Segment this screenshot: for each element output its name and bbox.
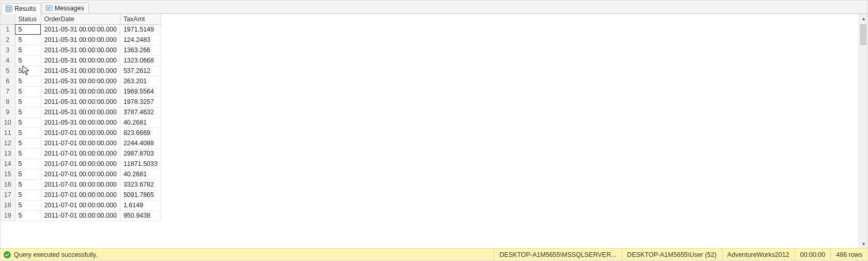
cell-status[interactable]: 5 bbox=[15, 66, 41, 76]
cell-status[interactable]: 5 bbox=[15, 76, 41, 86]
row-number[interactable]: 7 bbox=[1, 86, 15, 97]
cell-orderdate[interactable]: 2011-07-01 00:00:00.000 bbox=[41, 159, 120, 169]
table-row[interactable]: 152011-05-31 00:00:00.0001971.5149 bbox=[1, 24, 161, 35]
cell-status[interactable]: 5 bbox=[15, 117, 41, 128]
cell-status[interactable]: 5 bbox=[15, 86, 41, 97]
row-number[interactable]: 2 bbox=[1, 35, 15, 45]
column-header-status[interactable]: Status bbox=[15, 14, 41, 24]
cell-taxamt[interactable]: 1.6149 bbox=[120, 200, 161, 210]
cell-orderdate[interactable]: 2011-05-31 00:00:00.000 bbox=[41, 86, 120, 97]
row-number[interactable]: 3 bbox=[1, 45, 15, 55]
table-row[interactable]: 852011-05-31 00:00:00.0001978.3257 bbox=[1, 97, 161, 107]
table-row[interactable]: 952011-05-31 00:00:00.0003787.4632 bbox=[1, 107, 161, 117]
row-number[interactable]: 1 bbox=[1, 24, 15, 35]
row-number[interactable]: 19 bbox=[1, 210, 15, 221]
cell-taxamt[interactable]: 2987.8703 bbox=[120, 148, 161, 159]
row-number[interactable]: 16 bbox=[1, 179, 15, 190]
cell-status[interactable]: 5 bbox=[15, 200, 41, 210]
cell-status[interactable]: 5 bbox=[15, 45, 41, 55]
results-grid-scroll[interactable]: Status OrderDate TaxAmt 152011-05-31 00:… bbox=[1, 14, 859, 248]
cell-taxamt[interactable]: 537.2612 bbox=[120, 66, 161, 76]
cell-orderdate[interactable]: 2011-05-31 00:00:00.000 bbox=[41, 35, 120, 45]
cell-taxamt[interactable]: 5091.7865 bbox=[120, 190, 161, 200]
vertical-scrollbar[interactable]: ▴ ▾ bbox=[859, 14, 867, 248]
results-grid[interactable]: Status OrderDate TaxAmt 152011-05-31 00:… bbox=[1, 14, 161, 221]
cell-taxamt[interactable]: 1978.3257 bbox=[120, 97, 161, 107]
table-row[interactable]: 452011-05-31 00:00:00.0001323.0668 bbox=[1, 55, 161, 66]
cell-orderdate[interactable]: 2011-07-01 00:00:00.000 bbox=[41, 210, 120, 221]
cell-taxamt[interactable]: 124.2483 bbox=[120, 35, 161, 45]
column-header-taxamt[interactable]: TaxAmt bbox=[120, 14, 161, 24]
cell-orderdate[interactable]: 2011-07-01 00:00:00.000 bbox=[41, 138, 120, 148]
cell-orderdate[interactable]: 2011-05-31 00:00:00.000 bbox=[41, 107, 120, 117]
cell-orderdate[interactable]: 2011-05-31 00:00:00.000 bbox=[41, 97, 120, 107]
table-row[interactable]: 1952011-07-01 00:00:00.000950.9438 bbox=[1, 210, 161, 221]
table-row[interactable]: 1452011-07-01 00:00:00.00011871.5033 bbox=[1, 159, 161, 169]
column-header-orderdate[interactable]: OrderDate bbox=[41, 14, 120, 24]
row-number[interactable]: 6 bbox=[1, 76, 15, 86]
cell-taxamt[interactable]: 1323.0668 bbox=[120, 55, 161, 66]
cell-orderdate[interactable]: 2011-07-01 00:00:00.000 bbox=[41, 179, 120, 190]
cell-orderdate[interactable]: 2011-07-01 00:00:00.000 bbox=[41, 200, 120, 210]
scroll-down-arrow-icon[interactable]: ▾ bbox=[859, 239, 867, 248]
cell-orderdate[interactable]: 2011-05-31 00:00:00.000 bbox=[41, 66, 120, 76]
cell-taxamt[interactable]: 1363.266 bbox=[120, 45, 161, 55]
table-row[interactable]: 252011-05-31 00:00:00.000124.2483 bbox=[1, 35, 161, 45]
cell-status[interactable]: 5 bbox=[15, 169, 41, 179]
row-number[interactable]: 9 bbox=[1, 107, 15, 117]
table-row[interactable]: 1352011-07-01 00:00:00.0002987.8703 bbox=[1, 148, 161, 159]
tab-messages[interactable]: Messages bbox=[42, 3, 89, 13]
cell-status[interactable]: 5 bbox=[15, 138, 41, 148]
cell-taxamt[interactable]: 3323.6782 bbox=[120, 179, 161, 190]
row-number[interactable]: 4 bbox=[1, 55, 15, 66]
scroll-thumb[interactable] bbox=[860, 24, 866, 45]
cell-status[interactable]: 5 bbox=[15, 179, 41, 190]
cell-taxamt[interactable]: 950.9438 bbox=[120, 210, 161, 221]
scroll-up-arrow-icon[interactable]: ▴ bbox=[859, 14, 867, 23]
cell-status[interactable]: 5 bbox=[15, 97, 41, 107]
cell-orderdate[interactable]: 2011-07-01 00:00:00.000 bbox=[41, 148, 120, 159]
cell-orderdate[interactable]: 2011-05-31 00:00:00.000 bbox=[41, 55, 120, 66]
cell-status[interactable]: 5 bbox=[15, 159, 41, 169]
cell-status[interactable]: 5 bbox=[15, 190, 41, 200]
cell-orderdate[interactable]: 2011-05-31 00:00:00.000 bbox=[41, 24, 120, 35]
table-row[interactable]: 1152011-07-01 00:00:00.000823.6669 bbox=[1, 128, 161, 138]
row-number[interactable]: 13 bbox=[1, 148, 15, 159]
cell-status[interactable]: 5 bbox=[15, 107, 41, 117]
cell-orderdate[interactable]: 2011-05-31 00:00:00.000 bbox=[41, 117, 120, 128]
cell-taxamt[interactable]: 263.201 bbox=[120, 76, 161, 86]
cell-taxamt[interactable]: 823.6669 bbox=[120, 128, 161, 138]
table-row[interactable]: 1652011-07-01 00:00:00.0003323.6782 bbox=[1, 179, 161, 190]
row-number[interactable]: 14 bbox=[1, 159, 15, 169]
cell-status[interactable]: 5 bbox=[15, 210, 41, 221]
cell-orderdate[interactable]: 2011-07-01 00:00:00.000 bbox=[41, 169, 120, 179]
table-row[interactable]: 1052011-05-31 00:00:00.00040.2681 bbox=[1, 117, 161, 128]
cell-orderdate[interactable]: 2011-07-01 00:00:00.000 bbox=[41, 128, 120, 138]
row-number[interactable]: 15 bbox=[1, 169, 15, 179]
table-row[interactable]: 352011-05-31 00:00:00.0001363.266 bbox=[1, 45, 161, 55]
cell-taxamt[interactable]: 11871.5033 bbox=[120, 159, 161, 169]
cell-taxamt[interactable]: 1969.5564 bbox=[120, 86, 161, 97]
row-number[interactable]: 8 bbox=[1, 97, 15, 107]
cell-taxamt[interactable]: 1971.5149 bbox=[120, 24, 161, 35]
cell-status[interactable]: 5 bbox=[15, 148, 41, 159]
table-row[interactable]: 552011-05-31 00:00:00.000537.2612 bbox=[1, 66, 161, 76]
cell-taxamt[interactable]: 2244.4088 bbox=[120, 138, 161, 148]
cell-taxamt[interactable]: 40.2681 bbox=[120, 169, 161, 179]
table-row[interactable]: 1752011-07-01 00:00:00.0005091.7865 bbox=[1, 190, 161, 200]
cell-status[interactable]: 5 bbox=[15, 35, 41, 45]
table-row[interactable]: 1252011-07-01 00:00:00.0002244.4088 bbox=[1, 138, 161, 148]
table-row[interactable]: 1852011-07-01 00:00:00.0001.6149 bbox=[1, 200, 161, 210]
cell-orderdate[interactable]: 2011-05-31 00:00:00.000 bbox=[41, 45, 120, 55]
row-number[interactable]: 18 bbox=[1, 200, 15, 210]
row-number[interactable]: 12 bbox=[1, 138, 15, 148]
table-row[interactable]: 652011-05-31 00:00:00.000263.201 bbox=[1, 76, 161, 86]
cell-taxamt[interactable]: 3787.4632 bbox=[120, 107, 161, 117]
row-number[interactable]: 17 bbox=[1, 190, 15, 200]
table-row[interactable]: 1552011-07-01 00:00:00.00040.2681 bbox=[1, 169, 161, 179]
cell-status[interactable]: 5 bbox=[15, 128, 41, 138]
cell-status[interactable]: 5 bbox=[15, 24, 41, 35]
row-number[interactable]: 5 bbox=[1, 66, 15, 76]
row-number[interactable]: 10 bbox=[1, 117, 15, 128]
cell-orderdate[interactable]: 2011-07-01 00:00:00.000 bbox=[41, 190, 120, 200]
